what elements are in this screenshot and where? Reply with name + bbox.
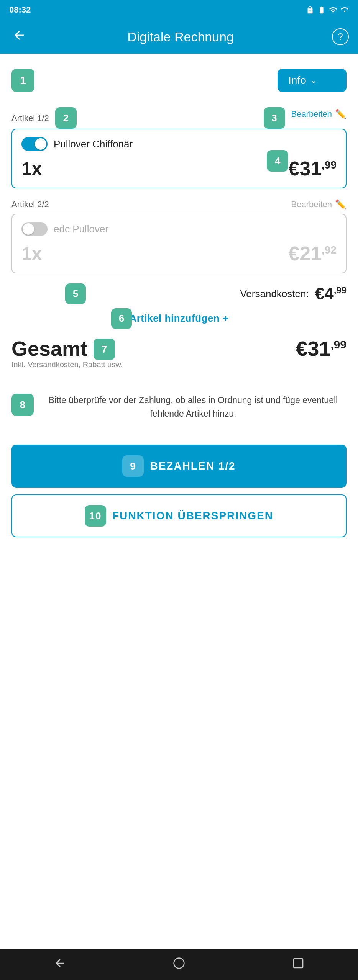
top-bar: Digitale Rechnung ? [0,20,358,54]
step-badge-1: 1 [11,69,34,92]
step-badge-7: 7 [94,339,115,360]
signal-icon [340,6,349,14]
gesamt-label: Gesamt [11,337,87,360]
status-icons [306,6,349,14]
step-badge-2: 2 [55,107,77,129]
article1-name: Pullover Chiffonär [54,138,133,150]
shipping-section: 5 Versandkosten: €4,99 [11,284,347,303]
article2-toggle[interactable] [21,222,48,236]
gesamt-section: Gesamt 7 €31,99 Inkl. Versandkosten, Rab… [11,337,347,369]
article2-price-main: €21 [288,242,322,265]
info-button[interactable]: Info ⌄ [278,69,347,92]
article2-edit-button[interactable]: Bearbeiten ✏️ [291,199,347,210]
shipping-price: €4,99 [315,284,347,303]
status-time: 08:32 [9,5,31,15]
article2-toggle-slider [21,222,48,236]
chevron-down-icon: ⌄ [310,75,317,85]
article1-price: €31,99 [288,157,337,180]
edit-icon-2: ✏️ [335,199,347,210]
article2-quantity: 1x [21,243,42,264]
edit-icon-1: ✏️ [335,109,347,119]
article2-edit-label: Bearbeiten [291,200,332,209]
article2-label: Artikel 2/2 [11,200,49,209]
shipping-price-sup: ,99 [334,285,347,295]
help-icon: ? [338,31,343,42]
back-button[interactable] [9,27,29,47]
step-badge-10: 10 [85,505,106,527]
battery-icon [317,6,326,14]
status-bar: 08:32 [0,0,358,20]
info-row: 1 Info ⌄ [11,69,347,92]
svg-rect-2 [294,959,303,968]
lock-icon [306,6,314,14]
gesamt-price: €31,99 [296,337,347,360]
nav-bar [0,949,358,980]
shipping-price-main: €4 [315,284,334,303]
article1-bottom: 1x 4 €31,99 [21,157,337,180]
step-badge-3: 3 [264,107,285,129]
nav-square-button[interactable] [281,953,316,976]
gesamt-row: Gesamt 7 €31,99 [11,337,347,360]
article1-toggle-slider [21,137,48,151]
shipping-label: Versandkosten: [240,288,309,300]
skip-button[interactable]: 10 FUNKTION ÜBERSPRINGEN [11,494,347,537]
skip-button-label: FUNKTION ÜBERSPRINGEN [112,510,273,522]
add-article-section: 6 Artikel hinzufügen + [11,312,347,324]
article2-bottom: 1x €21,92 [21,242,337,265]
svg-rect-0 [344,11,345,12]
page-title: Digitale Rechnung [127,29,234,44]
step-badge-5: 5 [65,283,86,304]
nav-home-button[interactable] [161,953,197,976]
help-button[interactable]: ? [332,28,349,45]
article1-price-main: €31 [288,157,322,180]
gesamt-left: Gesamt 7 [11,337,115,360]
nav-back-button[interactable] [42,953,77,976]
svg-point-1 [174,958,184,969]
gesamt-price-sup: ,99 [330,338,347,351]
article2-price: €21,92 [288,242,337,265]
step-badge-4: 4 [267,150,288,172]
main-content: 1 Info ⌄ Artikel 1/2 2 3 Bearbeiten ✏️ [0,54,358,949]
article2-name: edc Pullover [54,223,108,235]
wifi-icon [329,6,337,14]
gesamt-price-main: €31 [296,337,330,360]
gesamt-note: Inkl. Versandkosten, Rabatt usw. [11,360,347,369]
add-article-button[interactable]: Artikel hinzufügen + [129,312,228,324]
article1-card: Pullover Chiffonär 1x 4 €31,99 [11,129,347,188]
pay-button-label: BEZAHLEN 1/2 [150,460,235,472]
article2-price-sup: ,92 [322,244,337,256]
shipping-content: Versandkosten: €4,99 [240,284,347,303]
article1-label: Artikel 1/2 [11,113,49,123]
article2-top: edc Pullover [21,222,337,236]
step-badge-8: 8 [11,394,34,416]
info-message-text: Bitte überprüfe vor der Zahlung, ob alle… [40,394,347,420]
article1-price-sup: ,99 [322,159,337,171]
pay-button[interactable]: 9 BEZAHLEN 1/2 [11,445,347,488]
article2-section: Artikel 2/2 Bearbeiten ✏️ edc Pullover 1… [11,199,347,273]
info-button-label: Info [288,74,306,87]
article1-toggle[interactable] [21,137,48,151]
info-message-box: 8 Bitte überprüfe vor der Zahlung, ob al… [11,384,347,429]
step-badge-9: 9 [122,455,144,477]
article1-quantity: 1x [21,158,42,179]
article1-top: Pullover Chiffonär [21,137,337,151]
article1-section: Artikel 1/2 2 3 Bearbeiten ✏️ Pullover C… [11,103,347,188]
article2-card: edc Pullover 1x €21,92 [11,214,347,273]
article1-edit-label: Bearbeiten [291,109,332,119]
step-badge-6: 6 [111,308,132,329]
article1-edit-button[interactable]: Bearbeiten ✏️ [291,109,347,119]
